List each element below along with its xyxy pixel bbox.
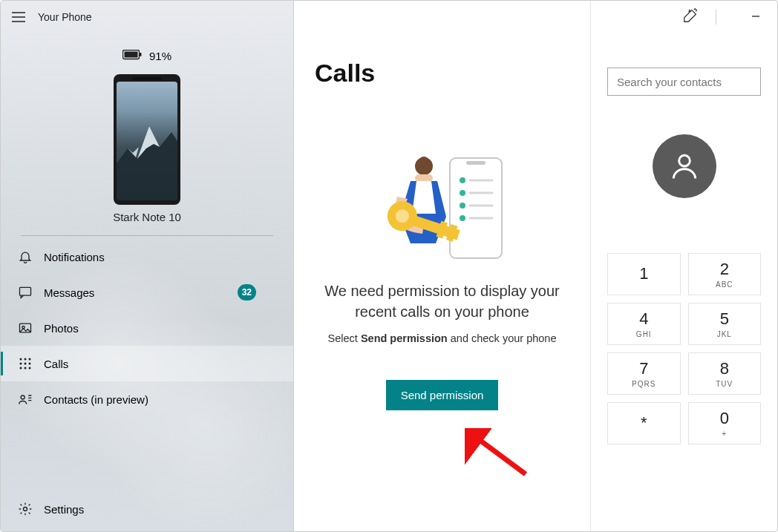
dialpad-key-0[interactable]: 0+ bbox=[688, 402, 762, 444]
svg-rect-21 bbox=[466, 161, 486, 165]
dialpad-icon bbox=[17, 355, 33, 372]
svg-point-9 bbox=[20, 358, 22, 361]
photo-icon bbox=[17, 320, 33, 336]
nav-settings[interactable]: Settings bbox=[1, 491, 293, 527]
compose-icon[interactable] bbox=[682, 7, 699, 24]
nav-label: Calls bbox=[44, 358, 68, 370]
nav-label: Notifications bbox=[44, 251, 105, 263]
battery-icon bbox=[122, 50, 142, 62]
divider bbox=[716, 10, 716, 24]
svg-point-13 bbox=[24, 363, 27, 365]
page-title: Calls bbox=[315, 59, 569, 88]
minimize-button[interactable] bbox=[739, 4, 773, 29]
svg-rect-6 bbox=[20, 287, 31, 295]
dialpad-key-8[interactable]: 8TUV bbox=[688, 352, 762, 395]
dialpad-key-7[interactable]: 7PQRS bbox=[607, 352, 681, 395]
dialpad: 1 2ABC 4GHI 5JKL 7PQRS 8TUV * 0+ bbox=[607, 253, 761, 444]
svg-point-25 bbox=[460, 215, 465, 221]
gear-icon bbox=[17, 501, 33, 517]
svg-point-17 bbox=[29, 367, 31, 370]
permission-subtitle: Select Send permission and check your ph… bbox=[315, 332, 569, 344]
svg-point-23 bbox=[460, 190, 465, 196]
nav-contacts[interactable]: Contacts (in preview) bbox=[1, 381, 293, 417]
svg-rect-32 bbox=[415, 174, 433, 182]
sidebar: Your Phone 91% Stark Note 10 bbox=[1, 1, 294, 531]
main-panel: Calls bbox=[294, 1, 777, 531]
contact-avatar bbox=[653, 134, 716, 198]
svg-rect-1 bbox=[124, 52, 137, 58]
svg-point-10 bbox=[24, 358, 27, 361]
annotation-arrow-icon bbox=[465, 428, 532, 483]
search-contacts-input[interactable] bbox=[607, 68, 761, 96]
phone-image bbox=[114, 74, 180, 205]
nav-messages[interactable]: Messages 32 bbox=[1, 275, 293, 310]
svg-point-22 bbox=[460, 177, 465, 183]
nav-label: Photos bbox=[44, 322, 79, 335]
svg-point-12 bbox=[20, 363, 22, 365]
chat-icon bbox=[17, 284, 33, 301]
nav-label: Contacts (in preview) bbox=[44, 393, 148, 406]
send-permission-button[interactable]: Send permission bbox=[386, 380, 499, 410]
svg-point-39 bbox=[679, 155, 690, 166]
svg-point-31 bbox=[419, 157, 429, 167]
dialpad-key-4[interactable]: 4GHI bbox=[607, 303, 681, 345]
svg-point-15 bbox=[20, 367, 22, 370]
permission-title: We need permission to display your recen… bbox=[316, 280, 569, 322]
svg-point-11 bbox=[29, 358, 31, 361]
nav-photos[interactable]: Photos bbox=[1, 310, 293, 346]
app-title: Your Phone bbox=[38, 11, 92, 23]
battery-percent: 91% bbox=[149, 50, 171, 62]
dialpad-key-5[interactable]: 5JKL bbox=[688, 303, 762, 345]
nav-notifications[interactable]: Notifications bbox=[1, 239, 293, 275]
hamburger-icon[interactable] bbox=[8, 7, 29, 27]
svg-line-40 bbox=[474, 436, 526, 474]
svg-rect-20 bbox=[450, 158, 502, 258]
nav-calls[interactable]: Calls bbox=[1, 346, 293, 381]
svg-point-18 bbox=[21, 395, 24, 399]
bell-icon bbox=[17, 249, 33, 265]
svg-point-24 bbox=[460, 203, 465, 208]
dialpad-key-star[interactable]: * bbox=[607, 402, 681, 444]
phone-name: Stark Note 10 bbox=[1, 211, 293, 223]
dialpad-key-1[interactable]: 1 bbox=[607, 253, 681, 295]
calls-pane: Calls bbox=[294, 1, 591, 531]
divider bbox=[21, 235, 273, 236]
svg-rect-2 bbox=[140, 53, 142, 56]
app-root: Your Phone 91% Stark Note 10 bbox=[0, 0, 778, 532]
nav-list: Notifications Messages 32 Photos Calls bbox=[1, 239, 293, 417]
permission-illustration bbox=[368, 154, 517, 266]
svg-point-14 bbox=[29, 363, 31, 365]
contacts-icon bbox=[17, 391, 33, 407]
nav-label: Messages bbox=[44, 286, 94, 299]
right-pane: 1 2ABC 4GHI 5JKL 7PQRS 8TUV * 0+ bbox=[591, 1, 777, 531]
messages-badge: 32 bbox=[238, 284, 256, 301]
nav-label: Settings bbox=[44, 503, 84, 516]
dialpad-key-2[interactable]: 2ABC bbox=[688, 253, 762, 295]
svg-point-16 bbox=[24, 367, 27, 370]
svg-point-19 bbox=[24, 508, 27, 511]
